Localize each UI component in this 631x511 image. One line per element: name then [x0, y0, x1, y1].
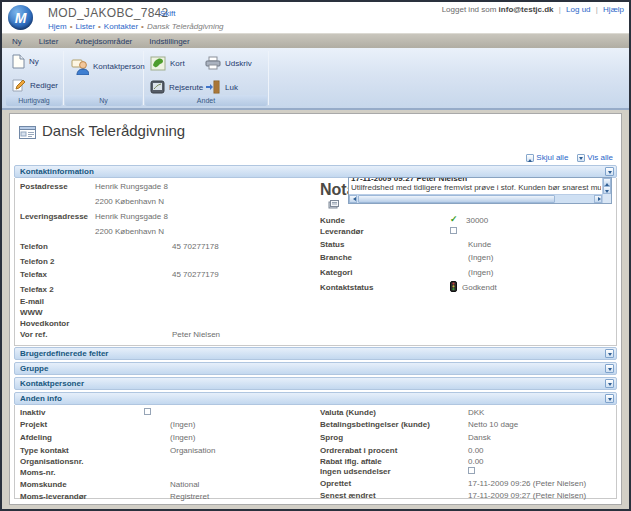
route-button[interactable]: Rejserute	[150, 80, 203, 94]
close-button[interactable]: Luk	[205, 80, 238, 94]
map-button[interactable]: Kort	[150, 56, 185, 71]
contact-person-icon	[71, 58, 89, 75]
field-leverandor: Leverandør	[320, 227, 614, 239]
ribbon-separator	[63, 51, 64, 105]
kontaktinformation-body: PostadresseHenrik Rungsgade 8 2200 Køben…	[14, 178, 617, 346]
field-kategori: Kategori(Ingen)	[320, 268, 614, 280]
field-ingen-udsendelser: Ingen udsendelser	[320, 467, 614, 479]
scroll-down-icon[interactable]	[603, 186, 611, 194]
section-anden-info[interactable]: Anden info	[14, 392, 617, 405]
field-senest-aendret: Senest ændret17-11-2009 09:27 (Peter Nie…	[320, 491, 614, 503]
ribbon-toolbar: Ny Rediger Kontaktperson Kort Udskriv Re…	[2, 48, 629, 110]
top-header: M MOD_JAKOBC_7842 Skift Hjem•Lister•Kont…	[2, 2, 629, 33]
section-toggles: Skjul alle Vis alle	[526, 153, 613, 162]
route-device-icon	[150, 80, 165, 94]
scroll-right-icon[interactable]	[594, 195, 602, 203]
scroll-left-icon[interactable]	[349, 195, 357, 203]
anden-info-right-column: Valuta (Kunde)DKK Betalingsbetingelser (…	[320, 405, 614, 498]
kontaktinformation-right-column: Notat 17-11-2009 09:27 Peter Nielsen Uti…	[320, 178, 614, 345]
field-sprog: SprogDansk	[320, 433, 614, 445]
section-kontaktpersoner[interactable]: Kontaktpersoner	[14, 377, 617, 390]
breadcrumb-home[interactable]: Hjem	[48, 22, 67, 31]
no-mailings-checkbox[interactable]	[468, 467, 475, 474]
field-branche: Branche(Ingen)	[320, 253, 614, 265]
field-valuta: Valuta (Kunde)DKK	[320, 408, 614, 420]
logout-link[interactable]: Log ud	[566, 5, 590, 14]
breadcrumb: Hjem•Lister•Kontakter•Dansk Telerådgivni…	[48, 22, 224, 31]
edit-button[interactable]: Rediger	[12, 78, 58, 92]
field-oprettet: Oprettet17-11-2009 09:26 (Peter Nielsen)	[320, 479, 614, 491]
menu-new[interactable]: Ny	[12, 37, 22, 46]
switch-link[interactable]: Skift	[160, 9, 176, 18]
content-area: Dansk Telerådgivning Skjul alle Vis alle…	[2, 110, 629, 509]
contact-person-button[interactable]: Kontaktperson	[71, 58, 145, 75]
print-button[interactable]: Udskriv	[205, 56, 252, 70]
menu-workareas[interactable]: Arbejdsområder	[75, 37, 132, 46]
checkmark-icon: ✓	[450, 214, 458, 224]
menu-lists[interactable]: Lister	[39, 37, 59, 46]
expand-all-icon	[577, 154, 585, 162]
note-vertical-scrollbar[interactable]	[602, 178, 611, 203]
note-textarea[interactable]: 17-11-2009 09:27 Peter Nielsen Utilfreds…	[348, 177, 612, 204]
app-window: M MOD_JAKOBC_7842 Skift Hjem•Lister•Kont…	[0, 0, 631, 511]
app-logo-icon: M	[8, 5, 33, 30]
breadcrumb-current: Dansk Telerådgivning	[147, 22, 224, 31]
field-betalingsbetingelser: Betalingsbetingelser (kunde)Netto 10 dag…	[320, 420, 614, 432]
collapse-section-icon[interactable]	[605, 394, 614, 403]
field-kontaktstatus: Kontaktstatus Godkendt	[320, 283, 614, 295]
map-icon	[150, 56, 166, 71]
main-menubar: Ny Lister Arbejdsområder Indstillinger	[2, 33, 629, 48]
help-link[interactable]: Hjælp	[603, 5, 624, 14]
supplier-checkbox[interactable]	[450, 227, 457, 234]
section-brugerdefinerede-felter[interactable]: Brugerdefinerede felter	[14, 347, 617, 360]
new-button[interactable]: Ny	[12, 54, 39, 69]
ribbon-separator	[268, 51, 269, 105]
close-door-icon	[205, 80, 221, 94]
note-horizontal-scrollbar[interactable]	[349, 194, 602, 203]
edit-pencil-icon	[12, 78, 26, 92]
expand-section-icon[interactable]	[605, 379, 614, 388]
inactive-checkbox[interactable]	[144, 408, 151, 415]
login-status: Logget ind som info@testjc.dk | Log ud |…	[442, 5, 624, 14]
contact-card-icon	[19, 125, 36, 143]
record-page: Dansk Telerådgivning Skjul alle Vis alle…	[9, 113, 622, 505]
ribbon-group-other: Andet	[145, 95, 267, 106]
traffic-light-icon	[450, 281, 457, 294]
section-gruppe[interactable]: Gruppe	[14, 362, 617, 375]
app-title: MOD_JAKOBC_7842	[48, 6, 169, 20]
expand-section-icon[interactable]	[605, 349, 614, 358]
notes-icon[interactable]	[328, 195, 339, 213]
note-line-2: Utilfredshed med tidligere fremvist prøv…	[351, 183, 601, 192]
expand-section-icon[interactable]	[605, 364, 614, 373]
expand-all-link[interactable]: Vis alle	[577, 153, 613, 162]
scroll-up-icon[interactable]	[603, 178, 611, 186]
ribbon-group-quick: Hurtigvalg	[6, 95, 62, 106]
login-user: info@testjc.dk	[499, 5, 554, 14]
collapse-all-link[interactable]: Skjul alle	[526, 153, 568, 162]
printer-icon	[205, 56, 221, 70]
breadcrumb-contacts[interactable]: Kontakter	[104, 22, 138, 31]
field-status: StatusKunde	[320, 240, 614, 252]
new-page-icon	[12, 54, 25, 69]
breadcrumb-lists[interactable]: Lister	[75, 22, 95, 31]
collapse-section-icon[interactable]	[605, 167, 614, 176]
horizontal-scroll-thumb[interactable]	[358, 195, 555, 203]
anden-info-body: Inaktiv Projekt(Ingen) Afdeling(Ingen) T…	[14, 405, 617, 499]
collapse-all-icon	[526, 154, 534, 162]
page-title: Dansk Telerådgivning	[42, 122, 185, 139]
ribbon-group-new: Ny	[65, 95, 142, 106]
menu-settings[interactable]: Indstillinger	[149, 37, 189, 46]
